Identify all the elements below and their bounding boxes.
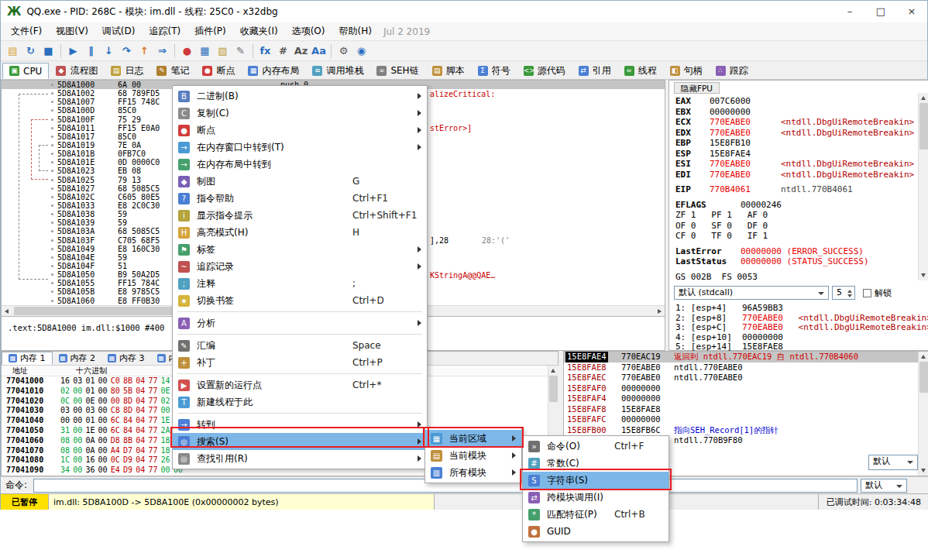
breakpoint-bullet[interactable] bbox=[51, 170, 53, 172]
register-row[interactable]: EDX770EABE0<ntdll.DbgUiRemoteBreakin> bbox=[675, 128, 908, 139]
dump-tab-memory1[interactable]: ▦内存 1 bbox=[2, 352, 53, 365]
registers-scrollbar[interactable] bbox=[918, 93, 928, 280]
step-into-icon[interactable]: ↓ bbox=[100, 43, 118, 60]
menubar-item[interactable]: 选项(O) bbox=[285, 22, 332, 40]
tab-trace[interactable]: ∴跟踪 bbox=[710, 63, 754, 79]
menu-item[interactable]: A分析 bbox=[173, 314, 427, 332]
register-row[interactable]: ESP15E8FAE4 bbox=[675, 149, 908, 160]
dump-tab-memory3[interactable]: ▦内存 3 bbox=[101, 352, 151, 365]
stack-row[interactable]: 15E8FAE8770EABE0ntdll.770EABE0 bbox=[564, 362, 919, 373]
tab-references[interactable]: ⇄引用 bbox=[572, 63, 617, 79]
breakpoint-bullet[interactable] bbox=[51, 101, 53, 103]
breakpoint-bullet[interactable] bbox=[51, 265, 53, 267]
menu-item[interactable]: →转到 bbox=[173, 416, 427, 433]
register-row[interactable]: EAX007C6000 bbox=[675, 96, 908, 107]
register-row[interactable]: EFLAGS00000246 bbox=[675, 200, 908, 211]
menu-item[interactable]: ⚑标签 bbox=[173, 241, 427, 258]
log-icon[interactable]: ▧ bbox=[214, 43, 232, 60]
stack-row[interactable]: 15E8FAF815E8FAE8 bbox=[564, 404, 919, 415]
settings-icon[interactable]: ⚙ bbox=[335, 43, 352, 60]
breakpoint-bullet[interactable] bbox=[51, 136, 53, 138]
memory-map-icon[interactable]: ▦ bbox=[196, 43, 214, 60]
argument-count-stepper[interactable]: 5 bbox=[832, 286, 855, 300]
stack-row[interactable]: 15E8FB0015E8FB6C指向SEH_Record[1]的指针 bbox=[564, 425, 919, 436]
menubar-item[interactable]: 视图(V) bbox=[49, 22, 95, 40]
breakpoint-bullet[interactable] bbox=[51, 84, 53, 86]
register-row[interactable]: ESI770EABE0<ntdll.DbgUiRemoteBreakin> bbox=[675, 159, 908, 170]
tab-notes[interactable]: ✎笔记 bbox=[150, 63, 195, 79]
menu-item[interactable]: ▶设置新的运行点Ctrl+* bbox=[173, 376, 427, 393]
menu-item[interactable]: »命令(O)Ctrl+F bbox=[523, 438, 669, 455]
stack-default-combo[interactable]: 默认 bbox=[868, 455, 918, 470]
menu-item[interactable]: ▤当前模块 bbox=[425, 447, 521, 464]
breakpoint-bullet[interactable] bbox=[51, 222, 53, 224]
breakpoint-bullet[interactable] bbox=[51, 127, 53, 129]
breakpoint-bullet[interactable] bbox=[51, 196, 53, 198]
menu-item[interactable]: S字符串(S) bbox=[523, 472, 669, 489]
chat-icon[interactable]: ◉ bbox=[352, 43, 370, 60]
tab-source[interactable]: <>源代码 bbox=[517, 63, 572, 79]
register-row[interactable]: GS 002B FS 0053 bbox=[675, 272, 908, 283]
tab-seh[interactable]: ∞SEH链 bbox=[370, 63, 424, 79]
register-row[interactable]: LastError00000000 (ERROR_SUCCESS) bbox=[675, 246, 908, 257]
menu-item[interactable]: ✎汇编Space bbox=[173, 337, 427, 354]
tab-cpu[interactable]: ▣CPU bbox=[2, 63, 49, 79]
argument-row[interactable]: 3: [esp+C]770EABE0 <ntdll.DbgUiRemoteBre… bbox=[675, 323, 923, 333]
menubar-item[interactable]: 追踪(T) bbox=[142, 22, 187, 40]
menu-item[interactable]: ;注释; bbox=[173, 275, 427, 292]
menu-item[interactable]: ▥所有模块 bbox=[425, 464, 521, 481]
stack-row[interactable]: 15E8FAF400000000 bbox=[564, 393, 919, 404]
stack-row[interactable]: 15E8FAF000000000 bbox=[564, 383, 919, 394]
breakpoint-bullet[interactable] bbox=[51, 92, 53, 94]
menubar-item[interactable]: 调试(D) bbox=[95, 22, 143, 40]
breakpoint-bullet[interactable] bbox=[51, 273, 53, 276]
menubar-item[interactable]: 帮助(H) bbox=[332, 22, 378, 40]
menu-item[interactable]: C复制(C) bbox=[173, 105, 427, 122]
tab-memory-map[interactable]: ▦内存布局 bbox=[242, 63, 305, 79]
register-row[interactable]: ZF 1 PF 1 AF 0 bbox=[675, 210, 908, 221]
register-row[interactable]: OF 0 SF 0 DF 0 bbox=[675, 221, 908, 232]
breakpoint-bullet[interactable] bbox=[51, 300, 53, 302]
register-row[interactable]: LastStatus00000000 (STATUS_SUCCESS) bbox=[675, 256, 908, 267]
breakpoint-bullet[interactable] bbox=[51, 290, 53, 293]
stack-row[interactable]: 15E8FAEC770EABE0ntdll.770EABE0 bbox=[564, 373, 919, 383]
stack-row[interactable]: 15E8FAFC00000000 bbox=[564, 414, 919, 425]
step-out-icon[interactable]: ↑ bbox=[136, 43, 153, 60]
menu-item[interactable]: ●GUID bbox=[523, 523, 669, 540]
open-file-icon[interactable]: ▤ bbox=[4, 43, 22, 60]
hide-fpu-button[interactable]: 隐藏FPU bbox=[674, 82, 720, 94]
menu-item[interactable]: #常数(C) bbox=[523, 455, 669, 472]
breakpoint-bullet[interactable] bbox=[51, 119, 53, 121]
tab-graph[interactable]: ◆流程图 bbox=[50, 63, 104, 79]
restart-icon[interactable]: ↻ bbox=[22, 43, 40, 60]
tab-handles[interactable]: ◧句柄 bbox=[664, 63, 709, 79]
menu-item[interactable]: ●断点 bbox=[173, 122, 427, 139]
menu-item[interactable]: +补丁Ctrl+P bbox=[173, 354, 427, 371]
breakpoint-bullet[interactable] bbox=[51, 248, 53, 250]
minimize-button[interactable]: – bbox=[834, 1, 865, 22]
stop-icon[interactable]: ■ bbox=[40, 43, 57, 60]
breakpoint-bullet[interactable] bbox=[51, 161, 53, 163]
menu-item[interactable]: ?指令帮助Ctrl+F1 bbox=[173, 190, 427, 207]
menubar-item[interactable]: 文件(F) bbox=[4, 22, 49, 40]
menu-item[interactable]: ⇄跨模块调用(I) bbox=[523, 489, 669, 506]
menu-item[interactable]: ◎查找引用(R) bbox=[173, 450, 427, 467]
calling-convention-combo[interactable]: 默认 (stdcall) bbox=[674, 286, 829, 300]
menu-item[interactable]: ◆制图G bbox=[173, 173, 427, 190]
az-icon[interactable]: Az bbox=[292, 43, 310, 60]
string-search-icon[interactable]: Aa bbox=[310, 43, 328, 60]
menu-item[interactable]: *匹配特征(P)Ctrl+B bbox=[523, 506, 669, 523]
breakpoint-bullet[interactable] bbox=[51, 204, 53, 207]
tab-call-stack[interactable]: ≡调用堆栈 bbox=[306, 63, 369, 79]
notes-icon[interactable]: ✎ bbox=[232, 43, 249, 60]
stack-scrollbar[interactable] bbox=[918, 352, 928, 476]
menu-item[interactable]: ~追踪记录 bbox=[173, 258, 427, 275]
breakpoint-bullet[interactable] bbox=[51, 239, 53, 242]
breakpoint-bullet[interactable] bbox=[51, 153, 53, 155]
run-icon[interactable]: ▶ bbox=[64, 43, 82, 60]
menu-item[interactable]: H高亮模式(H)H bbox=[173, 224, 427, 241]
breakpoint-bullet[interactable] bbox=[51, 230, 53, 232]
register-row[interactable]: CF 0 TF 0 IF 1 bbox=[675, 231, 908, 242]
step-over-icon[interactable]: ↷ bbox=[118, 43, 136, 60]
fx-icon[interactable]: fx bbox=[256, 43, 274, 60]
